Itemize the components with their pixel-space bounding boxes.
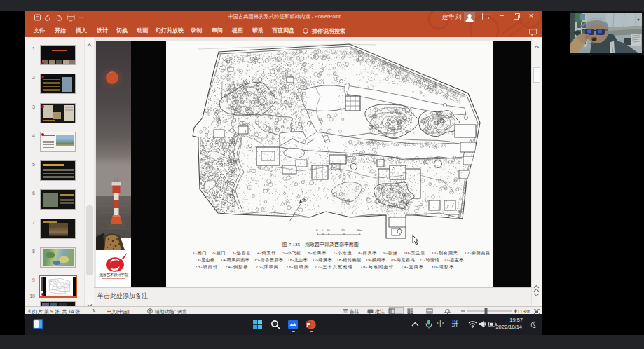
svg-text:P: P bbox=[306, 322, 310, 328]
svg-text:北海艺术设计学院: 北海艺术设计学院 bbox=[99, 273, 129, 278]
